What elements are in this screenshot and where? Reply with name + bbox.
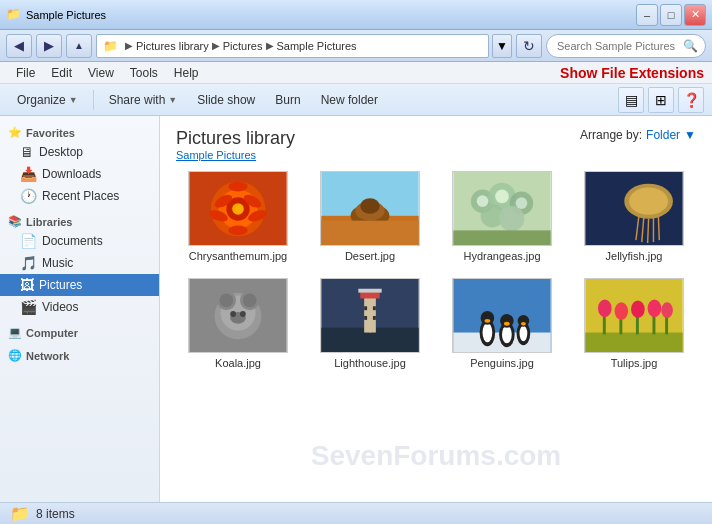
svg-rect-16 — [321, 221, 418, 245]
view-large-icons-button[interactable]: ⊞ — [648, 87, 674, 113]
share-dropdown-icon: ▼ — [168, 95, 177, 105]
thumb-label-chrysanthemum: Chrysanthemum.jpg — [189, 250, 287, 262]
search-input[interactable] — [546, 34, 706, 58]
share-with-button[interactable]: Share with ▼ — [100, 87, 187, 113]
favorites-icon: ⭐ — [8, 126, 22, 139]
menu-tools[interactable]: Tools — [122, 64, 166, 82]
address-bar: ◀ ▶ ▲ 📁 ▶ Pictures library ▶ Pictures ▶ … — [0, 30, 712, 62]
thumb-img-hydrangeas — [452, 171, 552, 246]
menu-file[interactable]: File — [8, 64, 43, 82]
thumb-tulips[interactable]: Tulips.jpg — [572, 278, 696, 369]
svg-rect-26 — [453, 230, 550, 245]
back-button[interactable]: ◀ — [6, 34, 32, 58]
pictures-icon: 🖼 — [20, 277, 34, 293]
thumb-chrysanthemum[interactable]: Chrysanthemum.jpg — [176, 171, 300, 262]
svg-point-24 — [495, 190, 509, 204]
new-folder-button[interactable]: New folder — [312, 87, 387, 113]
favorites-section: ⭐ Favorites 🖥 Desktop 📥 Downloads 🕐 Rece… — [0, 122, 159, 207]
close-button[interactable]: ✕ — [684, 4, 706, 26]
path-pictures[interactable]: Pictures — [223, 40, 263, 52]
thumb-label-jellyfish: Jellyfish.jpg — [606, 250, 663, 262]
thumb-img-koala — [188, 278, 288, 353]
thumb-koala[interactable]: Koala.jpg — [176, 278, 300, 369]
folder-icon-status: 📁 — [10, 504, 30, 523]
network-header[interactable]: 🌐 Network — [0, 345, 159, 364]
view-toggle-button[interactable]: ▤ — [618, 87, 644, 113]
toolbar: Organize ▼ Share with ▼ Slide show Burn … — [0, 84, 712, 116]
address-dropdown[interactable]: ▼ — [492, 34, 512, 58]
svg-point-69 — [521, 322, 526, 326]
libraries-header[interactable]: 📚 Libraries — [0, 211, 159, 230]
folder-icon-addr: 📁 — [103, 39, 118, 53]
library-subtitle[interactable]: Sample Pictures — [176, 149, 696, 161]
sidebar-item-pictures[interactable]: 🖼 Pictures — [0, 274, 159, 296]
sidebar-item-videos[interactable]: 🎬 Videos — [0, 296, 159, 318]
libraries-section: 📚 Libraries 📄 Documents 🎵 Music 🖼 Pictur… — [0, 211, 159, 318]
thumb-img-lighthouse — [320, 278, 420, 353]
path-libraries[interactable]: Pictures library — [136, 40, 209, 52]
thumb-lighthouse[interactable]: Lighthouse.jpg — [308, 278, 432, 369]
refresh-button[interactable]: ↻ — [516, 34, 542, 58]
address-path[interactable]: 📁 ▶ Pictures library ▶ Pictures ▶ Sample… — [96, 34, 489, 58]
svg-point-41 — [243, 294, 257, 308]
documents-icon: 📄 — [20, 233, 37, 249]
thumb-hydrangeas[interactable]: Hydrangeas.jpg — [440, 171, 564, 262]
thumb-label-desert: Desert.jpg — [345, 250, 395, 262]
thumb-label-penguins: Penguins.jpg — [470, 357, 534, 369]
show-extensions-label: Show File Extensions — [560, 65, 704, 81]
svg-point-22 — [499, 206, 524, 231]
svg-line-32 — [648, 219, 649, 243]
status-bar: 📁 8 items — [0, 502, 712, 524]
svg-point-4 — [232, 203, 244, 215]
svg-point-65 — [504, 322, 510, 326]
computer-header[interactable]: 💻 Computer — [0, 322, 159, 341]
downloads-icon: 📥 — [20, 166, 37, 182]
svg-point-40 — [220, 294, 234, 308]
menu-view[interactable]: View — [80, 64, 122, 82]
sidebar-item-downloads[interactable]: 📥 Downloads — [0, 163, 159, 185]
sidebar-item-documents[interactable]: 📄 Documents — [0, 230, 159, 252]
menu-help[interactable]: Help — [166, 64, 207, 82]
up-button[interactable]: ▲ — [66, 34, 92, 58]
arrange-by: Arrange by: Folder ▼ — [580, 128, 696, 142]
title-bar-title: Sample Pictures — [26, 9, 106, 21]
svg-point-67 — [520, 326, 528, 342]
sidebar-item-recent-places[interactable]: 🕐 Recent Places — [0, 185, 159, 207]
maximize-button[interactable]: □ — [660, 4, 682, 26]
svg-rect-76 — [665, 315, 668, 334]
arrange-by-value[interactable]: Folder — [646, 128, 680, 142]
thumb-label-lighthouse: Lighthouse.jpg — [334, 357, 406, 369]
thumb-label-hydrangeas: Hydrangeas.jpg — [463, 250, 540, 262]
svg-point-58 — [483, 323, 493, 342]
menu-edit[interactable]: Edit — [43, 64, 80, 82]
content-area: Pictures library Sample Pictures Arrange… — [160, 116, 712, 502]
sidebar-item-desktop[interactable]: 🖥 Desktop — [0, 141, 159, 163]
svg-point-78 — [615, 302, 629, 320]
slideshow-button[interactable]: Slide show — [188, 87, 264, 113]
svg-point-54 — [366, 323, 374, 333]
svg-point-9 — [228, 182, 247, 192]
toolbar-right: ▤ ⊞ ❓ — [618, 87, 704, 113]
help-button[interactable]: ❓ — [678, 87, 704, 113]
svg-line-34 — [658, 216, 659, 240]
thumb-penguins[interactable]: Penguins.jpg — [440, 278, 564, 369]
thumb-jellyfish[interactable]: Jellyfish.jpg — [572, 171, 696, 262]
thumb-desert[interactable]: Desert.jpg — [308, 171, 432, 262]
items-count: 8 items — [36, 507, 75, 521]
svg-rect-51 — [373, 306, 376, 310]
favorites-header[interactable]: ⭐ Favorites — [0, 122, 159, 141]
minimize-button[interactable]: – — [636, 4, 658, 26]
videos-icon: 🎬 — [20, 299, 37, 315]
window-icon: 📁 — [6, 7, 22, 23]
burn-button[interactable]: Burn — [266, 87, 309, 113]
svg-point-61 — [484, 319, 490, 323]
path-sample-pictures[interactable]: Sample Pictures — [277, 40, 357, 52]
thumb-img-penguins — [452, 278, 552, 353]
forward-button[interactable]: ▶ — [36, 34, 62, 58]
sidebar-item-music[interactable]: 🎵 Music — [0, 252, 159, 274]
sidebar: ⭐ Favorites 🖥 Desktop 📥 Downloads 🕐 Rece… — [0, 116, 160, 502]
svg-point-10 — [228, 226, 247, 236]
arrange-dropdown-icon[interactable]: ▼ — [684, 128, 696, 142]
svg-point-44 — [240, 311, 246, 317]
organize-button[interactable]: Organize ▼ — [8, 87, 87, 113]
